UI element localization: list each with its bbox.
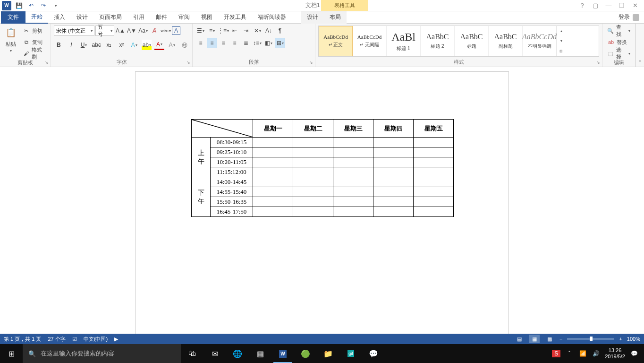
- paste-button[interactable]: 📋 粘贴 ▾: [3, 26, 19, 59]
- font-launcher[interactable]: ↘: [186, 60, 191, 66]
- task-app-360[interactable]: 🟢: [294, 344, 317, 363]
- time-slot[interactable]: 09:25-10:10: [211, 147, 253, 157]
- tab-view[interactable]: 视图: [195, 11, 218, 24]
- table-cell[interactable]: [253, 157, 293, 167]
- line-spacing-button[interactable]: ↕≡: [252, 38, 263, 48]
- select-button[interactable]: ⬚选择▾: [605, 48, 632, 59]
- table-cell[interactable]: [293, 187, 333, 197]
- align-left-button[interactable]: ≡: [195, 38, 206, 48]
- table-cell[interactable]: [253, 207, 293, 217]
- view-read-button[interactable]: ▤: [514, 335, 525, 343]
- shrink-font-button[interactable]: A▼: [127, 26, 137, 36]
- tab-page-layout[interactable]: 页面布局: [93, 11, 127, 24]
- table-cell[interactable]: [373, 177, 414, 187]
- day-header[interactable]: 星期四: [373, 120, 414, 138]
- table-cell[interactable]: [293, 207, 333, 217]
- style-item[interactable]: AaBbC标题: [455, 26, 489, 56]
- help-button[interactable]: ?: [578, 2, 586, 9]
- tray-up-icon[interactable]: ˄: [565, 350, 574, 357]
- task-app-explorer[interactable]: 📁: [317, 344, 339, 363]
- table-cell[interactable]: [333, 187, 373, 197]
- bullets-button[interactable]: ☰: [195, 26, 206, 36]
- grow-font-button[interactable]: A▲: [115, 26, 126, 36]
- table-cell[interactable]: [253, 147, 293, 157]
- view-web-button[interactable]: ▩: [544, 335, 555, 343]
- style-item[interactable]: AaBbC副标题: [489, 26, 523, 56]
- period-morning[interactable]: 上午: [192, 138, 211, 177]
- table-cell[interactable]: [414, 197, 454, 207]
- table-cell[interactable]: [373, 197, 414, 207]
- style-item[interactable]: AaBbCcDd↵ 无间隔: [353, 26, 387, 56]
- status-page[interactable]: 第 1 页，共 1 页: [4, 336, 41, 343]
- multilevel-button[interactable]: ⋮≡: [218, 26, 229, 36]
- status-wordcount[interactable]: 27 个字: [48, 336, 65, 343]
- table-cell[interactable]: [253, 177, 293, 187]
- day-header[interactable]: 星期五: [414, 120, 454, 138]
- start-button[interactable]: ⊞: [0, 344, 23, 363]
- table-cell[interactable]: [373, 147, 414, 157]
- style-item[interactable]: AaBbCcDd不明显强调: [523, 26, 557, 56]
- table-cell[interactable]: [253, 138, 293, 147]
- borders-button[interactable]: ⊞: [275, 38, 285, 48]
- asian-layout-button[interactable]: ✕: [252, 26, 263, 36]
- zoom-out-button[interactable]: −: [559, 336, 562, 342]
- task-app-mail[interactable]: ✉: [203, 344, 226, 363]
- style-item[interactable]: AaBbC标题 2: [421, 26, 455, 56]
- ribbon-display-button[interactable]: ▢: [591, 2, 600, 9]
- numbering-button[interactable]: ≡: [207, 26, 217, 36]
- tab-mailings[interactable]: 邮件: [150, 11, 173, 24]
- shading-button[interactable]: ◧: [263, 38, 274, 48]
- task-app-store[interactable]: 🛍: [181, 344, 203, 363]
- table-cell[interactable]: [414, 187, 454, 197]
- char-shading-button[interactable]: A: [167, 40, 177, 50]
- day-header[interactable]: 星期三: [333, 120, 373, 138]
- font-color-button[interactable]: A: [154, 40, 164, 50]
- clipboard-launcher[interactable]: ↘: [44, 60, 50, 66]
- time-slot[interactable]: 10:20-11:05: [211, 157, 253, 167]
- cut-button[interactable]: ✂剪切: [21, 26, 48, 36]
- task-app-wechat[interactable]: 💬: [362, 344, 385, 363]
- account-login[interactable]: 登录: [619, 13, 644, 21]
- tab-developer[interactable]: 开发工具: [218, 11, 252, 24]
- table-cell[interactable]: [293, 167, 333, 177]
- table-cell[interactable]: [333, 157, 373, 167]
- status-proofing-icon[interactable]: ☑: [72, 336, 77, 342]
- justify-button[interactable]: ≡: [229, 38, 240, 48]
- table-cell[interactable]: [373, 167, 414, 177]
- table-cell[interactable]: [333, 147, 373, 157]
- taskbar-search[interactable]: 🔍 在这里输入你要搜索的内容: [23, 344, 181, 363]
- table-cell[interactable]: [414, 177, 454, 187]
- sort-button[interactable]: A↓: [263, 26, 274, 36]
- table-cell[interactable]: [414, 147, 454, 157]
- table-cell[interactable]: [293, 157, 333, 167]
- tab-design[interactable]: 设计: [71, 11, 93, 24]
- time-slot[interactable]: 16:45-17:50: [211, 207, 253, 217]
- redo-button[interactable]: ↷: [38, 0, 49, 11]
- strike-button[interactable]: abc: [92, 40, 102, 50]
- tray-ime-icon[interactable]: S: [552, 350, 560, 357]
- task-app-settings[interactable]: ▦: [249, 344, 271, 363]
- style-item[interactable]: AaBl标题 1: [387, 26, 421, 56]
- change-case-button[interactable]: Aa: [138, 26, 148, 36]
- text-effects-button[interactable]: A: [129, 40, 139, 50]
- status-language[interactable]: 中文(中国): [84, 336, 108, 343]
- char-border-button[interactable]: A: [172, 26, 180, 35]
- phonetic-guide-button[interactable]: wén: [161, 26, 171, 36]
- enclose-char-button[interactable]: ㊕: [179, 40, 189, 50]
- zoom-slider[interactable]: [567, 338, 614, 340]
- show-marks-button[interactable]: ¶: [275, 26, 285, 36]
- table-cell[interactable]: [293, 138, 333, 147]
- tab-file[interactable]: 文件: [1, 11, 25, 24]
- table-cell[interactable]: [414, 207, 454, 217]
- table-cell[interactable]: [293, 177, 333, 187]
- table-cell[interactable]: [253, 197, 293, 207]
- tray-volume-icon[interactable]: 🔊: [592, 350, 600, 357]
- tab-insert[interactable]: 插入: [48, 11, 71, 24]
- increase-indent-button[interactable]: ⇥: [241, 26, 251, 36]
- table-cell[interactable]: [414, 167, 454, 177]
- underline-button[interactable]: U: [79, 40, 89, 50]
- table-cell[interactable]: [293, 197, 333, 207]
- tab-review[interactable]: 审阅: [173, 11, 195, 24]
- time-slot[interactable]: 14:00-14:45: [211, 177, 253, 187]
- table-cell[interactable]: [333, 197, 373, 207]
